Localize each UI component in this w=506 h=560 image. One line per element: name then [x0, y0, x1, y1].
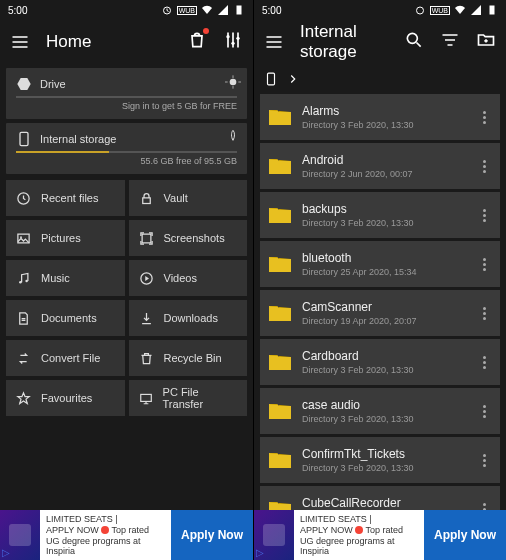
tile-vault[interactable]: Vault [129, 180, 248, 216]
wifi-icon [201, 4, 213, 16]
more-button[interactable] [476, 356, 492, 369]
folder-row[interactable]: CubeCallRecorderDirectory 3 Feb 2020, 13… [260, 486, 500, 510]
svg-rect-8 [142, 197, 150, 203]
tile-label: PC File Transfer [163, 386, 237, 410]
more-button[interactable] [476, 209, 492, 222]
battery-icon [233, 4, 245, 16]
tile-documents[interactable]: Documents [6, 300, 125, 336]
tile-label: Music [41, 272, 70, 284]
status-bar: 5:00 WUB [0, 0, 253, 20]
menu-icon[interactable] [10, 32, 30, 52]
alarm-icon [414, 4, 426, 16]
search-button[interactable] [404, 30, 424, 54]
ad-banner[interactable]: LIMITED SEATS | APPLY NOW Top rated UG d… [254, 510, 506, 560]
folder-icon [268, 450, 292, 470]
folder-row[interactable]: case audioDirectory 3 Feb 2020, 13:30 [260, 388, 500, 434]
category-grid: Recent filesVaultPicturesScreenshotsMusi… [0, 178, 253, 418]
folder-icon [268, 254, 292, 274]
tile-recent-files[interactable]: Recent files [6, 180, 125, 216]
bag-button[interactable] [187, 30, 207, 54]
svg-rect-15 [140, 394, 151, 401]
tile-label: Screenshots [164, 232, 225, 244]
internal-bar [16, 151, 237, 153]
signal-icon [470, 4, 482, 16]
internal-sub: 55.6 GB free of 95.5 GB [16, 156, 237, 166]
more-button[interactable] [476, 503, 492, 511]
tile-videos[interactable]: Videos [129, 260, 248, 296]
tile-screenshots[interactable]: Screenshots [129, 220, 248, 256]
folder-row[interactable]: bluetoothDirectory 25 Apr 2020, 15:34 [260, 241, 500, 287]
more-button[interactable] [476, 454, 492, 467]
sort-button[interactable] [440, 30, 460, 54]
more-button[interactable] [476, 160, 492, 173]
file-list: AlarmsDirectory 3 Feb 2020, 13:30Android… [254, 94, 506, 510]
tile-music[interactable]: Music [6, 260, 125, 296]
tile-downloads[interactable]: Downloads [129, 300, 248, 336]
tile-favourites[interactable]: Favourites [6, 380, 125, 416]
ad-apply-button[interactable]: Apply Now [424, 510, 506, 560]
file-info: CubeCallRecorderDirectory 3 Feb 2020, 13… [302, 496, 466, 510]
tile-label: Convert File [41, 352, 100, 364]
tile-convert-file[interactable]: Convert File [6, 340, 125, 376]
rocket-icon[interactable] [225, 129, 241, 145]
adchoices-icon[interactable]: ▷ [256, 547, 264, 558]
menu-icon[interactable] [264, 32, 284, 52]
bug-icon[interactable] [225, 74, 241, 90]
download-icon [139, 311, 154, 326]
file-info: AlarmsDirectory 3 Feb 2020, 13:30 [302, 104, 466, 130]
drive-icon [16, 76, 32, 92]
svg-rect-19 [268, 73, 275, 85]
file-name: case audio [302, 398, 466, 412]
svg-point-5 [230, 79, 237, 86]
svg-rect-11 [142, 234, 151, 243]
more-button[interactable] [476, 405, 492, 418]
alarm-icon [161, 4, 173, 16]
trash-icon [139, 351, 154, 366]
folder-icon [268, 303, 292, 323]
wifi-icon [454, 4, 466, 16]
folder-row[interactable]: AlarmsDirectory 3 Feb 2020, 13:30 [260, 94, 500, 140]
tile-pc-file-transfer[interactable]: PC File Transfer [129, 380, 248, 416]
drive-sub: Sign in to get 5 GB for FREE [16, 101, 237, 111]
file-info: AndroidDirectory 2 Jun 2020, 00:07 [302, 153, 466, 179]
sort-icon [440, 30, 460, 50]
new-folder-button[interactable] [476, 30, 496, 54]
more-button[interactable] [476, 258, 492, 271]
svg-rect-1 [237, 6, 242, 15]
svg-point-2 [226, 35, 229, 38]
equalizer-button[interactable] [223, 30, 243, 54]
folder-row[interactable]: ConfirmTkt_TicketsDirectory 3 Feb 2020, … [260, 437, 500, 483]
file-name: backups [302, 202, 466, 216]
tile-recycle-bin[interactable]: Recycle Bin [129, 340, 248, 376]
phone-icon [264, 72, 278, 86]
music-icon [16, 271, 31, 286]
app-bar-home: Home [0, 20, 253, 64]
badge-icon [203, 28, 209, 34]
ad-text: LIMITED SEATS | APPLY NOW Top rated UG d… [294, 510, 424, 560]
file-sub: Directory 19 Apr 2020, 20:07 [302, 316, 466, 326]
breadcrumb[interactable] [254, 64, 506, 94]
adchoices-icon[interactable]: ▷ [2, 547, 10, 558]
more-button[interactable] [476, 307, 492, 320]
convert-icon [16, 351, 31, 366]
internal-card[interactable]: Internal storage 55.6 GB free of 95.5 GB [6, 123, 247, 174]
file-name: CamScanner [302, 300, 466, 314]
sliders-icon [223, 30, 243, 50]
file-name: Cardboard [302, 349, 466, 363]
doc-icon [16, 311, 31, 326]
ad-apply-button[interactable]: Apply Now [171, 510, 253, 560]
svg-point-3 [231, 42, 234, 45]
tile-label: Vault [164, 192, 188, 204]
folder-icon [268, 156, 292, 176]
more-button[interactable] [476, 111, 492, 124]
drive-card[interactable]: Drive Sign in to get 5 GB for FREE [6, 68, 247, 119]
folder-row[interactable]: CardboardDirectory 3 Feb 2020, 13:30 [260, 339, 500, 385]
ad-banner[interactable]: LIMITED SEATS | APPLY NOW Top rated UG d… [0, 510, 253, 560]
tile-pictures[interactable]: Pictures [6, 220, 125, 256]
folder-row[interactable]: AndroidDirectory 2 Jun 2020, 00:07 [260, 143, 500, 189]
play-icon [139, 271, 154, 286]
folder-row[interactable]: backupsDirectory 3 Feb 2020, 13:30 [260, 192, 500, 238]
folder-row[interactable]: CamScannerDirectory 19 Apr 2020, 20:07 [260, 290, 500, 336]
page-title: Internal storage [300, 22, 388, 62]
drive-label: Drive [40, 78, 237, 90]
